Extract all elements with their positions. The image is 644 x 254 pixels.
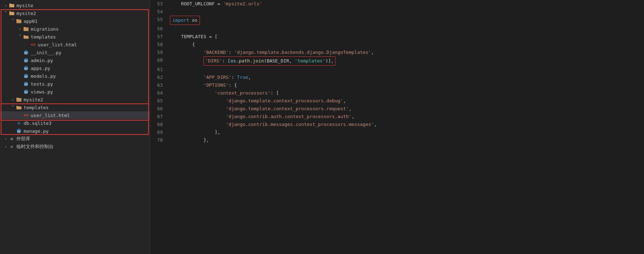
chevron-right-icon: ›	[17, 27, 23, 31]
sidebar-item-manage-py[interactable]: py manage.py	[0, 127, 150, 135]
sidebar-item-db-sqlite3[interactable]: ⊟ db.sqlite3	[0, 119, 150, 127]
code-line-63: 63 'OPTIONS': {	[150, 81, 644, 89]
sidebar-item-label: user_list.html	[31, 113, 70, 118]
console-icon: ≡	[9, 144, 15, 149]
line-content: TEMPLATES = [	[168, 33, 644, 41]
sidebar-item-mysite2-inner[interactable]: › mysite2	[0, 96, 150, 103]
folder-icon	[23, 34, 29, 40]
code-line-64: 64 'context_processors': [	[150, 89, 644, 97]
svg-text:py: py	[24, 83, 28, 86]
sidebar-item-label: mysite2	[24, 97, 43, 102]
line-number: 65	[150, 97, 168, 105]
code-line-68: 68 'django.contrib.messages.context_proc…	[150, 121, 644, 128]
code-line-58: 58 {	[150, 41, 644, 49]
svg-text:py: py	[24, 91, 28, 94]
python-file-icon: py	[23, 66, 29, 71]
svg-rect-3	[24, 27, 29, 31]
line-number: 57	[150, 33, 168, 41]
python-file-icon: py	[23, 58, 29, 63]
line-number: 68	[150, 121, 168, 128]
code-line-66: 66 'django.template.context_processors.r…	[150, 105, 644, 113]
sidebar-item-label: templates	[31, 34, 56, 40]
code-line-55: 55 import os	[150, 16, 644, 25]
line-content: {	[168, 41, 644, 49]
line-content	[168, 25, 644, 33]
svg-rect-2	[17, 20, 21, 22]
sidebar-item-external-lib[interactable]: › ⊞ 外部库	[0, 135, 150, 143]
sidebar-item-mysite[interactable]: › mysite	[0, 1, 150, 9]
sidebar-item-tests-py[interactable]: py tests.py	[0, 80, 150, 88]
sidebar-item-label: mysite2	[16, 11, 36, 16]
sidebar-item-mysite2[interactable]: › mysite2	[0, 9, 150, 17]
code-line-69: 69 ],	[150, 128, 644, 136]
svg-rect-18	[16, 98, 19, 98]
svg-text:py: py	[24, 75, 28, 78]
sidebar-item-models-py[interactable]: py models.py	[0, 72, 150, 80]
file-explorer[interactable]: › mysite › mysite2 ›	[0, 0, 150, 254]
line-number: 70	[150, 136, 168, 144]
sidebar-item-templates-app01[interactable]: › templates	[0, 33, 150, 41]
folder-open-icon	[9, 10, 15, 16]
sidebar-item-user-list-app01[interactable]: <> user_list.html	[0, 41, 150, 49]
folder-img-icon	[16, 18, 22, 24]
sidebar-item-label: apps.py	[31, 66, 50, 71]
line-number: 59	[150, 49, 168, 56]
sidebar-item-temp-console[interactable]: › ≡ 临时文件和控制台	[0, 143, 150, 151]
svg-rect-1	[16, 19, 19, 20]
line-content: 'OPTIONS': {	[168, 81, 644, 89]
line-content: 'BACKEND': 'django.template.backends.dja…	[168, 49, 644, 56]
folder-icon	[9, 2, 15, 8]
svg-text:py: py	[24, 59, 28, 62]
folder-img-icon	[16, 97, 22, 102]
code-line-57: 57 TEMPLATES = [	[150, 33, 644, 41]
line-content: ],	[168, 128, 644, 136]
sidebar-item-templates-root[interactable]: › templates	[0, 103, 150, 111]
chevron-down-icon: ›	[11, 105, 15, 110]
chevron-right-icon: ›	[10, 98, 16, 102]
line-content: 'APP_DIRS': True,	[168, 73, 644, 81]
code-line-61: 61	[150, 66, 644, 73]
python-file-icon: py	[23, 50, 29, 55]
line-number: 56	[150, 25, 168, 33]
line-content: 'django.template.context_processors.requ…	[168, 105, 644, 113]
sidebar-item-app01[interactable]: › app01	[0, 17, 150, 25]
svg-rect-17	[16, 98, 21, 102]
sidebar-item-label: admin.py	[31, 58, 53, 63]
python-file-icon: py	[23, 73, 29, 78]
sidebar-item-admin-py[interactable]: py admin.py	[0, 56, 150, 64]
chevron-right-icon: ›	[3, 137, 9, 141]
sidebar-item-label: migrations	[31, 26, 59, 32]
python-file-icon: py	[23, 89, 29, 94]
line-number: 62	[150, 73, 168, 81]
line-number: 58	[150, 41, 168, 49]
folder-img-icon	[23, 26, 29, 32]
html-file-icon: <>	[23, 113, 29, 118]
python-file-icon: py	[23, 81, 29, 86]
line-content	[168, 66, 644, 73]
sidebar-item-label: user_list.html	[38, 42, 77, 47]
line-content: import os	[168, 16, 644, 25]
line-content	[168, 8, 644, 16]
line-number: 69	[150, 128, 168, 136]
line-number: 53	[150, 0, 168, 8]
chevron-right-icon: ›	[3, 145, 9, 149]
line-number: 61	[150, 66, 168, 73]
code-line-60: 60 'DIRS': [os.path.join(BASE_DIR, 'temp…	[150, 56, 644, 66]
sidebar-item-migrations[interactable]: › migrations	[0, 25, 150, 33]
folder-icon	[16, 105, 22, 110]
line-content: 'django.contrib.auth.context_processors.…	[168, 113, 644, 121]
code-editor: 53 ROOT_URLCONF = 'mysite2.urls' 54 55 i…	[150, 0, 644, 254]
chevron-down-icon: ›	[18, 34, 22, 40]
code-line-67: 67 'django.contrib.auth.context_processo…	[150, 113, 644, 121]
code-line-59: 59 'BACKEND': 'django.template.backends.…	[150, 49, 644, 56]
svg-text:py: py	[17, 130, 21, 133]
sidebar-item-user-list-root[interactable]: <> user_list.html	[0, 111, 150, 119]
sidebar-item-views-py[interactable]: py views.py	[0, 88, 150, 96]
sidebar-item-label: views.py	[31, 89, 53, 95]
sidebar-item-apps-py[interactable]: py apps.py	[0, 64, 150, 72]
sidebar-item-init-py[interactable]: py __init__.py	[0, 49, 150, 56]
chevron-right-icon: ›	[3, 4, 9, 7]
line-number: 64	[150, 89, 168, 97]
line-content: 'context_processors': [	[168, 89, 644, 97]
line-number: 67	[150, 113, 168, 121]
